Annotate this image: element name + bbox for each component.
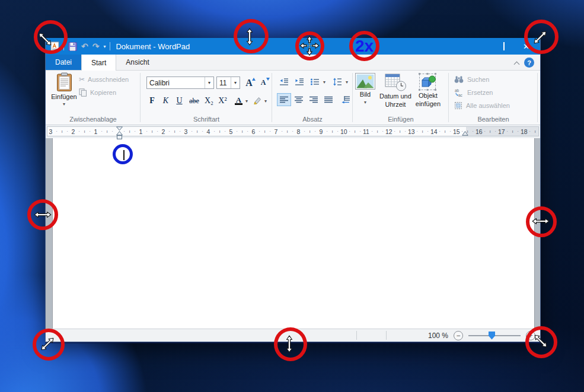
group-label-paragraph: Absatz <box>272 116 353 123</box>
ruler-segment: 18·ı· <box>521 127 538 136</box>
cut-button[interactable]: ✂ Ausschneiden <box>79 75 129 84</box>
ruler-segment: 2·ı· <box>70 127 92 136</box>
datetime-label-line2: Uhrzeit <box>385 101 406 108</box>
line-spacing-dropdown-icon[interactable]: ▾ <box>346 79 348 85</box>
ruler[interactable]: 3·ı·2·ı·1·ı··ı·1·ı·2·ı·3·ı·4·ı·5·ı·6·ı·7… <box>47 126 539 136</box>
ruler-segment: 2·ı· <box>160 127 183 136</box>
grow-font-button[interactable]: A <box>242 77 256 89</box>
group-paragraph: ▾ ▾ <box>272 71 353 125</box>
collapse-ribbon-icon[interactable] <box>514 61 519 66</box>
font-style-row: F K U abe X₂ X² A ▾ ▾ <box>145 94 267 107</box>
ruler-segment: 14·ı· <box>430 127 453 136</box>
indent-marker[interactable] <box>116 126 123 140</box>
underline-button[interactable]: U <box>173 94 186 107</box>
align-right-button[interactable] <box>307 93 321 106</box>
statusbar-separator <box>386 331 387 340</box>
zoom-slider-thumb[interactable] <box>489 332 495 340</box>
qat-dropdown-icon[interactable]: ▾ <box>103 44 106 49</box>
right-indent-marker[interactable] <box>462 131 468 136</box>
paragraph-row2 <box>277 93 353 106</box>
chevron-down-icon[interactable]: ▾ <box>205 77 213 88</box>
zoom-slider[interactable] <box>468 335 521 336</box>
annotation-circle-double-click: 2x <box>349 31 379 61</box>
chevron-down-icon[interactable]: ▾ <box>231 77 240 88</box>
font-size-combobox[interactable]: 11 ▾ <box>216 77 240 89</box>
strikethrough-button[interactable]: abe <box>186 94 202 107</box>
justify-button[interactable] <box>321 93 336 106</box>
subscript-button[interactable]: X₂ <box>202 94 216 107</box>
bold-button[interactable]: F <box>145 94 159 107</box>
datetime-button[interactable]: Datum und Uhrzeit <box>379 73 411 108</box>
ruler-segment: 4·ı· <box>205 127 228 136</box>
italic-button[interactable]: K <box>159 94 173 107</box>
increase-indent-button[interactable] <box>292 75 307 88</box>
font-color-dropdown-icon[interactable]: ▾ <box>245 98 248 104</box>
find-button[interactable]: Suchen <box>454 75 489 84</box>
datetime-label-line1: Datum und <box>379 93 411 100</box>
arrow-up-icon <box>252 78 256 81</box>
undo-icon[interactable]: ↶ <box>81 42 88 50</box>
line-spacing-button[interactable] <box>330 75 344 88</box>
select-all-label: Alle auswählen <box>466 102 510 109</box>
ruler-segment: 13·ı· <box>408 127 430 136</box>
svg-text:ac: ac <box>458 93 463 97</box>
ruler-segment: 5·ı· <box>228 127 250 136</box>
resize-cursor-horizontal-icon <box>34 211 52 218</box>
save-icon[interactable] <box>68 42 77 51</box>
list-button[interactable] <box>308 75 322 88</box>
ruler-row: 3·ı·2·ı·1·ı··ı·1·ı·2·ı·3·ı·4·ı·5·ı·6·ı·7… <box>46 125 540 138</box>
tab-file[interactable]: Datei <box>46 55 81 70</box>
insert-buttons-row: Bild ▾ Datum und Uhrzeit O <box>355 73 441 108</box>
ruler-segment: 16·ı· <box>476 127 498 136</box>
tab-view[interactable]: Ansicht <box>116 55 158 70</box>
replace-button[interactable]: abac Ersetzen <box>454 88 493 97</box>
ruler-segment: 12·ı· <box>385 127 408 136</box>
paste-label: Einfügen <box>51 93 76 100</box>
picture-label: Bild <box>360 91 371 98</box>
cut-label: Ausschneiden <box>88 76 129 83</box>
paragraph-dialog-button[interactable] <box>339 93 353 106</box>
ruler-segment: 1·ı· <box>92 127 115 136</box>
group-editing: Suchen abac Ersetzen Alle auswählen Bear… <box>449 71 538 125</box>
copy-label: Kopieren <box>90 89 116 96</box>
ruler-segment: 9·ı· <box>318 127 340 136</box>
window-titlebar[interactable]: ↶ ↷ ▾ Dokument - WordPad ✕ <box>46 38 540 55</box>
list-dropdown-icon[interactable]: ▾ <box>323 79 325 85</box>
select-all-button[interactable]: Alle auswählen <box>454 101 510 110</box>
align-center-button[interactable] <box>292 93 306 106</box>
group-label-editing: Bearbeiten <box>449 116 538 123</box>
move-cursor-icon <box>299 36 320 56</box>
ruler-segment: 8·ı· <box>295 127 318 136</box>
picture-button[interactable]: Bild ▾ <box>355 73 375 106</box>
highlight-dropdown-icon[interactable]: ▾ <box>264 98 267 104</box>
datetime-icon <box>385 73 406 91</box>
paste-button[interactable]: Einfügen ▾ <box>49 72 79 113</box>
picture-icon <box>355 73 375 90</box>
shrink-font-letter: A <box>261 78 266 87</box>
document-page[interactable] <box>52 138 535 329</box>
shrink-font-button[interactable]: A <box>257 77 270 89</box>
highlight-button[interactable] <box>250 94 264 107</box>
help-button[interactable]: ? <box>524 58 534 68</box>
insert-object-button[interactable]: Objekt einfügen <box>416 73 441 107</box>
align-left-button[interactable] <box>277 93 291 106</box>
font-family-combobox[interactable]: Calibri ▾ <box>146 77 214 89</box>
decrease-indent-button[interactable] <box>277 75 291 88</box>
group-label-font: Schriftart <box>141 116 272 123</box>
superscript-button[interactable]: X² <box>216 94 229 107</box>
desktop-wallpaper: ↶ ↷ ▾ Dokument - WordPad ✕ Datei Start A… <box>0 0 584 392</box>
zoom-controls: 100 % − + <box>428 329 535 342</box>
tab-home[interactable]: Start <box>81 55 116 71</box>
ruler-segment: 3·ı· <box>183 127 205 136</box>
copy-button[interactable]: Kopieren <box>79 88 116 97</box>
font-color-button[interactable]: A <box>232 94 245 107</box>
maximize-button[interactable] <box>503 43 505 50</box>
binoculars-icon <box>454 75 464 84</box>
paste-dropdown-icon: ▾ <box>63 101 65 107</box>
redo-icon[interactable]: ↷ <box>92 42 100 50</box>
zoom-out-button[interactable]: − <box>454 331 463 340</box>
ruler-segment: 7·ı· <box>273 127 295 136</box>
ruler-segment: 6·ı· <box>250 127 273 136</box>
resize-cursor-vertical-icon <box>246 28 253 46</box>
scissors-icon: ✂ <box>79 75 85 84</box>
